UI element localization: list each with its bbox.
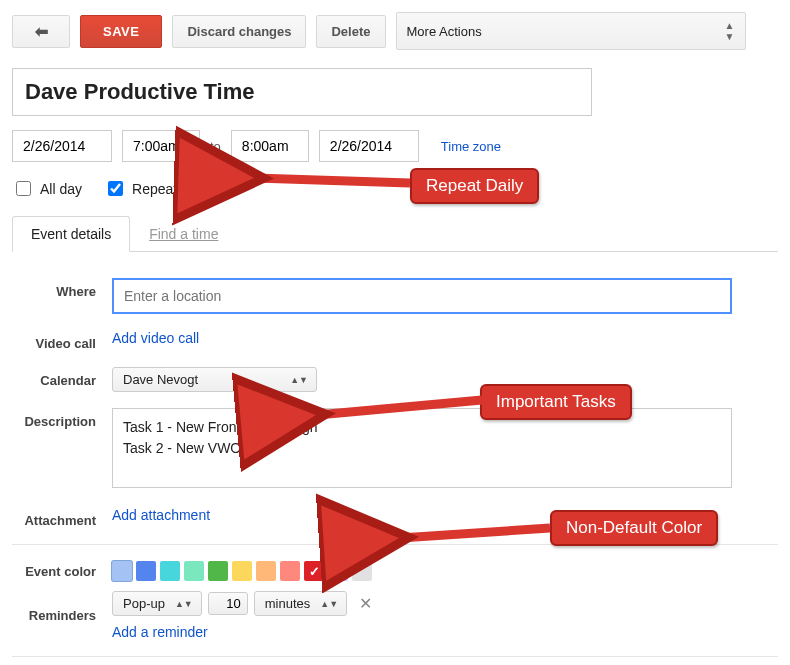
caret-icon: ▲▼: [175, 599, 193, 609]
reminder-unit-value: minutes: [265, 596, 311, 611]
color-swatch[interactable]: [256, 561, 276, 581]
repeat-checkbox[interactable]: [108, 181, 123, 196]
to-label: to: [210, 139, 221, 154]
color-swatch[interactable]: [184, 561, 204, 581]
all-day-checkbox[interactable]: [16, 181, 31, 196]
annotation-repeat: Repeat Daily: [410, 168, 539, 204]
reminder-unit-select[interactable]: minutes ▲▼: [254, 591, 347, 616]
color-swatch[interactable]: [352, 561, 372, 581]
repeat-edit-link[interactable]: E: [229, 181, 238, 197]
reminder-type-value: Pop-up: [123, 596, 165, 611]
start-time-input[interactable]: [122, 130, 200, 162]
end-time-input[interactable]: [231, 130, 309, 162]
save-button[interactable]: SAVE: [80, 15, 162, 48]
calendar-value: Dave Nevogt: [123, 372, 198, 387]
caret-icon: ▲▼: [290, 375, 308, 385]
event-color-label: Event color: [12, 564, 112, 579]
repeat-value: Daily: [187, 181, 220, 197]
color-swatch[interactable]: [160, 561, 180, 581]
more-actions-label: More Actions: [407, 24, 482, 39]
color-swatch[interactable]: [232, 561, 252, 581]
color-swatch[interactable]: [208, 561, 228, 581]
start-date-input[interactable]: [12, 130, 112, 162]
remove-reminder-icon[interactable]: ✕: [359, 594, 372, 613]
annotation-color: Non-Default Color: [550, 510, 718, 546]
description-textarea[interactable]: Task 1 - New Front-End Design Task 2 - N…: [112, 408, 732, 488]
where-label: Where: [12, 278, 112, 299]
reminder-value-input[interactable]: [208, 592, 248, 615]
calendar-label: Calendar: [12, 367, 112, 388]
color-swatch[interactable]: [304, 561, 324, 581]
description-label: Description: [12, 408, 112, 429]
repeat-label: Repeat:: [132, 181, 181, 197]
add-attachment-link[interactable]: Add attachment: [112, 507, 210, 523]
caret-icon: ▲▼: [320, 599, 338, 609]
video-call-label: Video call: [12, 330, 112, 351]
calendar-select[interactable]: Dave Nevogt ▲▼: [112, 367, 317, 392]
color-swatch[interactable]: [136, 561, 156, 581]
attachment-label: Attachment: [12, 507, 112, 528]
end-date-input[interactable]: [319, 130, 419, 162]
color-swatch[interactable]: [280, 561, 300, 581]
annotation-tasks: Important Tasks: [480, 384, 632, 420]
discard-button[interactable]: Discard changes: [172, 15, 306, 48]
reminders-label: Reminders: [12, 608, 112, 623]
timezone-link[interactable]: Time zone: [441, 139, 501, 154]
where-input[interactable]: [112, 278, 732, 314]
add-video-call-link[interactable]: Add video call: [112, 330, 199, 346]
color-swatch[interactable]: [328, 561, 348, 581]
delete-button[interactable]: Delete: [316, 15, 385, 48]
color-swatch[interactable]: [112, 561, 132, 581]
reminder-type-select[interactable]: Pop-up ▲▼: [112, 591, 202, 616]
back-button[interactable]: ⬅: [12, 15, 70, 48]
tab-event-details[interactable]: Event details: [12, 216, 130, 252]
tab-find-a-time[interactable]: Find a time: [130, 216, 237, 252]
caret-icon: ▲▼: [725, 20, 735, 42]
event-title-input[interactable]: [12, 68, 592, 116]
add-reminder-link[interactable]: Add a reminder: [112, 624, 208, 640]
all-day-label: All day: [40, 181, 82, 197]
color-swatch-row: [112, 561, 778, 581]
more-actions-select[interactable]: More Actions ▲▼: [396, 12, 746, 50]
